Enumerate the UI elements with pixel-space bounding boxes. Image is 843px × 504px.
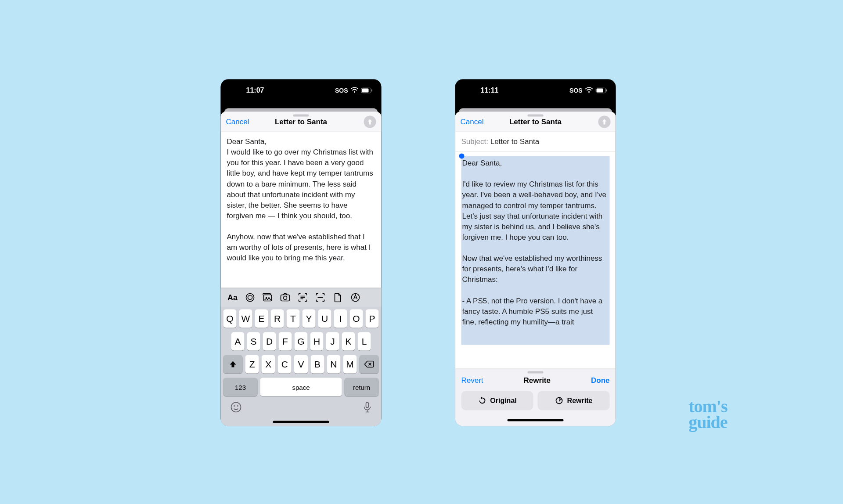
- key-y[interactable]: Y: [303, 310, 316, 328]
- key-v[interactable]: V: [294, 355, 308, 374]
- status-indicators: SOS: [569, 87, 607, 94]
- apple-intelligence-icon[interactable]: [245, 292, 256, 303]
- original-button-label: Original: [490, 397, 516, 405]
- key-i[interactable]: I: [334, 310, 347, 328]
- subject-row[interactable]: Subject: Letter to Santa: [455, 132, 616, 152]
- key-e[interactable]: E: [255, 310, 268, 328]
- selected-text: Dear Santa, I'd like to review my Christ…: [461, 156, 610, 345]
- svg-point-3: [246, 294, 254, 302]
- svg-point-4: [248, 295, 252, 300]
- svg-point-9: [284, 296, 287, 300]
- key-f[interactable]: F: [279, 332, 292, 351]
- sos-label: SOS: [569, 87, 583, 94]
- svg-point-12: [234, 405, 235, 407]
- email-body[interactable]: Dear Santa, I would like to go over my C…: [221, 132, 382, 288]
- revert-button[interactable]: Revert: [461, 376, 483, 385]
- svg-point-11: [231, 403, 241, 412]
- scan-text-icon[interactable]: [297, 292, 309, 303]
- send-button[interactable]: [364, 115, 376, 128]
- subject-value: Letter to Santa: [490, 137, 540, 146]
- wifi-icon: [585, 87, 593, 94]
- email-body-selected[interactable]: Dear Santa, I'd like to review my Christ…: [455, 152, 616, 369]
- svg-rect-2: [371, 89, 372, 91]
- keyboard-row-2: ASDFGHJKL: [223, 332, 379, 351]
- key-k[interactable]: K: [342, 332, 355, 351]
- key-c[interactable]: C: [278, 355, 292, 374]
- key-q[interactable]: Q: [223, 310, 237, 328]
- key-m[interactable]: M: [343, 355, 357, 374]
- cancel-button[interactable]: Cancel: [461, 117, 491, 126]
- key-r[interactable]: R: [271, 310, 284, 328]
- numbers-key[interactable]: 123: [223, 378, 258, 396]
- camera-icon[interactable]: [280, 292, 291, 303]
- markup-icon[interactable]: [350, 292, 361, 303]
- comparison-canvas: 11:07 SOS Cancel Letter to Santa: [110, 72, 734, 433]
- emoji-button[interactable]: [231, 402, 242, 415]
- space-key[interactable]: space: [260, 378, 342, 396]
- key-b[interactable]: B: [310, 355, 324, 374]
- key-w[interactable]: W: [239, 310, 252, 328]
- cancel-button[interactable]: Cancel: [226, 117, 257, 126]
- shift-key[interactable]: [223, 355, 243, 374]
- key-x[interactable]: X: [262, 355, 275, 374]
- scan-document-icon[interactable]: [315, 292, 326, 303]
- svg-rect-8: [281, 295, 290, 301]
- key-u[interactable]: U: [318, 310, 331, 328]
- key-t[interactable]: T: [287, 310, 300, 328]
- text-format-button[interactable]: Aa: [227, 292, 238, 303]
- home-indicator[interactable]: [221, 418, 382, 426]
- rewrite-button-label: Rewrite: [567, 397, 593, 405]
- status-time: 11:11: [464, 86, 569, 94]
- key-z[interactable]: Z: [245, 355, 259, 374]
- battery-icon: [596, 87, 607, 93]
- svg-rect-17: [606, 89, 607, 91]
- send-button[interactable]: [598, 115, 611, 128]
- status-bar: 11:07 SOS: [221, 79, 382, 101]
- watermark-logo: tom's guide: [688, 399, 727, 430]
- svg-rect-1: [362, 88, 369, 92]
- key-o[interactable]: O: [350, 310, 363, 328]
- rewrite-sheet: Revert Rewrite Done Original Rewrite: [455, 369, 616, 426]
- key-l[interactable]: L: [358, 332, 371, 351]
- phone-left: 11:07 SOS Cancel Letter to Santa: [221, 79, 382, 426]
- svg-point-13: [237, 405, 238, 407]
- wifi-icon: [351, 87, 359, 94]
- key-s[interactable]: S: [247, 332, 260, 351]
- keyboard-row-bottom: 123 space return: [223, 378, 379, 396]
- keyboard-row-1: QWERTYUIOP: [223, 310, 379, 328]
- return-key[interactable]: return: [345, 378, 379, 396]
- key-a[interactable]: A: [231, 332, 245, 351]
- photo-library-icon[interactable]: [262, 292, 274, 303]
- svg-rect-14: [366, 403, 369, 408]
- battery-icon: [361, 87, 373, 93]
- home-indicator[interactable]: [461, 416, 610, 425]
- key-g[interactable]: G: [295, 332, 308, 351]
- nav-bar: Cancel Letter to Santa: [455, 112, 616, 132]
- nav-bar: Cancel Letter to Santa: [221, 112, 382, 132]
- compose-sheet: Cancel Letter to Santa Subject: Letter t…: [455, 112, 616, 426]
- original-button[interactable]: Original: [461, 391, 533, 410]
- done-button[interactable]: Done: [591, 376, 610, 385]
- status-indicators: SOS: [335, 87, 373, 94]
- sos-label: SOS: [335, 87, 348, 94]
- key-n[interactable]: N: [327, 355, 340, 374]
- backspace-key[interactable]: [359, 355, 378, 374]
- selection-handle-icon[interactable]: [459, 154, 465, 159]
- status-time: 11:07: [230, 86, 335, 94]
- svg-rect-6: [263, 294, 271, 295]
- key-p[interactable]: P: [366, 310, 379, 328]
- attachment-icon[interactable]: [332, 292, 344, 303]
- key-d[interactable]: D: [263, 332, 276, 351]
- keyboard-footer: [221, 397, 382, 418]
- dictation-button[interactable]: [363, 402, 372, 415]
- keyboard-row-3: ZXCVBNM: [223, 355, 379, 374]
- rewrite-button[interactable]: Rewrite: [538, 391, 610, 410]
- nav-title: Letter to Santa: [275, 117, 327, 126]
- phone-right: 11:11 SOS Cancel Letter to Santa: [455, 79, 616, 426]
- key-j[interactable]: J: [326, 332, 339, 351]
- keyboard[interactable]: QWERTYUIOP ASDFGHJKL ZXCVBNM 123 space r…: [221, 307, 382, 397]
- status-bar: 11:11 SOS: [455, 79, 616, 101]
- compose-sheet: Cancel Letter to Santa Dear Santa, I wou…: [221, 112, 382, 426]
- rewrite-title: Rewrite: [524, 376, 551, 385]
- key-h[interactable]: H: [310, 332, 324, 351]
